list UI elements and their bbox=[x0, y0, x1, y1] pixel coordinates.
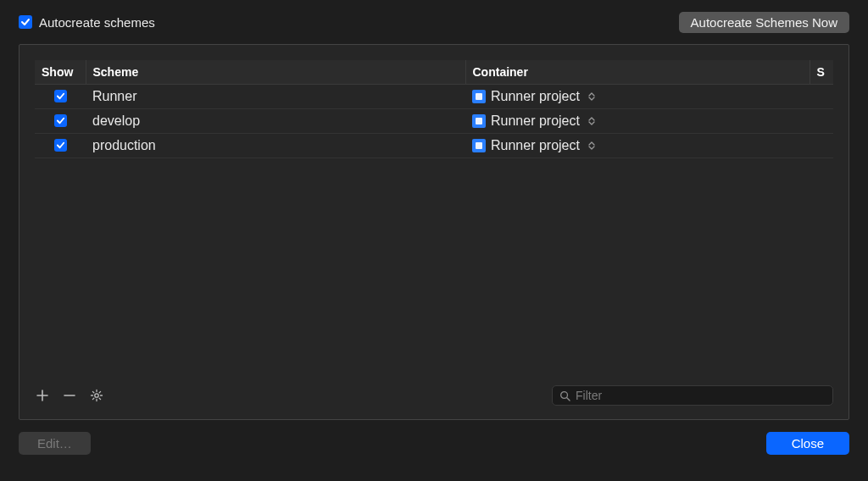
column-header-container[interactable]: Container bbox=[465, 60, 810, 85]
table-row[interactable]: develop Runner project bbox=[35, 109, 833, 134]
project-icon bbox=[472, 139, 486, 152]
column-header-show[interactable]: Show bbox=[35, 60, 86, 85]
autocreate-now-button[interactable]: Autocreate Schemes Now bbox=[679, 12, 849, 33]
stepper-icon[interactable] bbox=[588, 92, 595, 101]
show-checkbox[interactable] bbox=[54, 90, 67, 102]
remove-button[interactable] bbox=[62, 388, 77, 403]
autocreate-label: Autocreate schemes bbox=[39, 15, 155, 30]
svg-rect-0 bbox=[476, 93, 482, 100]
project-icon bbox=[472, 114, 486, 128]
schemes-panel: Show Scheme Container S Runner Runner pr… bbox=[19, 44, 849, 420]
scheme-name: production bbox=[86, 134, 465, 158]
stepper-icon[interactable] bbox=[588, 141, 595, 150]
svg-rect-2 bbox=[476, 142, 482, 149]
show-checkbox[interactable] bbox=[54, 139, 67, 152]
container-name: Runner project bbox=[491, 138, 580, 153]
close-button[interactable]: Close bbox=[766, 432, 849, 455]
autocreate-checkbox[interactable] bbox=[19, 15, 32, 29]
container-name: Runner project bbox=[491, 113, 580, 129]
svg-point-3 bbox=[95, 394, 98, 397]
edit-button[interactable]: Edit… bbox=[19, 432, 91, 455]
show-checkbox[interactable] bbox=[54, 114, 67, 127]
stepper-icon[interactable] bbox=[588, 117, 595, 125]
column-header-scheme[interactable]: Scheme bbox=[86, 60, 465, 85]
filter-input[interactable] bbox=[576, 389, 826, 402]
search-icon bbox=[559, 390, 570, 401]
column-header-shared[interactable]: S bbox=[810, 60, 833, 85]
filter-field[interactable] bbox=[552, 385, 833, 406]
table-row[interactable]: production Runner project bbox=[35, 134, 833, 158]
gear-icon[interactable] bbox=[89, 388, 104, 403]
schemes-table: Show Scheme Container S Runner Runner pr… bbox=[35, 60, 833, 158]
table-row[interactable]: Runner Runner project bbox=[35, 85, 833, 109]
scheme-name: Runner bbox=[86, 85, 465, 109]
scheme-name: develop bbox=[86, 109, 465, 134]
add-button[interactable] bbox=[35, 388, 50, 403]
svg-rect-1 bbox=[476, 118, 482, 124]
container-name: Runner project bbox=[491, 89, 580, 104]
project-icon bbox=[472, 90, 486, 103]
